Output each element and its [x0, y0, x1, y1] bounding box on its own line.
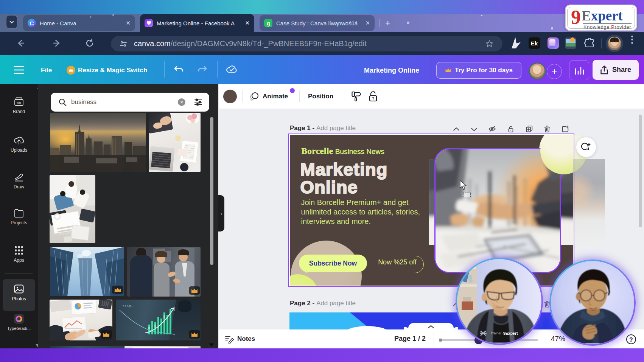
svg-text:2 2 0 ₿···: 2 2 0 ₿···	[123, 305, 134, 308]
svg-text:9Expert: 9Expert	[503, 331, 518, 336]
svg-text:Trainer: Trainer	[491, 331, 501, 335]
svg-text:CO: CO	[17, 101, 21, 105]
